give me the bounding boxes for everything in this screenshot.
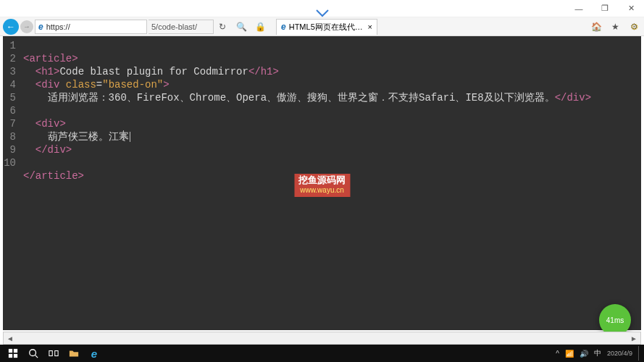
search-taskbar-icon[interactable] xyxy=(23,345,43,362)
attr: class xyxy=(66,79,96,90)
smile-icon[interactable]: ☺ xyxy=(630,20,640,32)
watermark-title: 挖鱼源码网 xyxy=(298,175,346,185)
tag: </h1> xyxy=(248,66,279,77)
watermark: 挖鱼源码网 www.wayu.cn xyxy=(294,174,350,197)
text-cursor xyxy=(130,132,130,142)
ie-icon: e xyxy=(38,22,43,32)
svg-point-4 xyxy=(30,350,36,356)
scroll-right-icon[interactable]: ► xyxy=(627,334,640,342)
show-desktop[interactable] xyxy=(638,346,641,361)
tag: <div> xyxy=(35,118,66,130)
tag: </article> xyxy=(23,170,84,182)
network-icon[interactable]: 📶 xyxy=(565,350,574,358)
address-bar[interactable]: e https:// xyxy=(35,20,147,34)
close-button[interactable]: ✕ xyxy=(618,0,644,17)
ie-taskbar-icon[interactable]: e xyxy=(84,345,104,362)
text: Code blast plugin for Codmirror xyxy=(59,66,248,77)
svg-rect-3 xyxy=(14,354,17,358)
explorer-icon[interactable] xyxy=(64,345,84,362)
svg-rect-1 xyxy=(14,349,17,353)
task-view-icon[interactable] xyxy=(43,345,64,362)
refresh-icon[interactable]: ↻ xyxy=(215,22,230,32)
line-gutter: 1 2 3 4 5 6 7 8 9 10 xyxy=(3,36,19,330)
tab-title: HTML5网页在线代码编辑... xyxy=(289,22,365,33)
secondary-cursor xyxy=(123,130,124,140)
browser-toolbar: ← → e https:// 5/code-blast/ ↻ 🔍 🔒 e HTM… xyxy=(0,17,644,36)
lock-icon: 🔒 xyxy=(253,22,267,32)
url-path[interactable]: 5/code-blast/ xyxy=(149,20,214,34)
text: = xyxy=(96,79,102,90)
tag: <h1> xyxy=(35,66,60,77)
search-icon[interactable]: 🔍 xyxy=(234,22,248,32)
volume-icon[interactable]: 🔊 xyxy=(580,350,588,358)
tag: > xyxy=(163,79,169,90)
line-number: 7 xyxy=(3,117,16,130)
tab-favicon: e xyxy=(281,22,286,32)
line-number: 10 xyxy=(3,156,16,169)
line-number: 8 xyxy=(3,130,16,143)
ime-icon[interactable]: 中 xyxy=(594,348,601,358)
line-number: 2 xyxy=(3,52,16,65)
browser-tab[interactable]: e HTML5网页在线代码编辑... × xyxy=(276,19,377,35)
tray-up-icon[interactable]: ^ xyxy=(556,350,559,358)
line-number: 3 xyxy=(3,65,16,78)
text: 适用浏览器：360、FireFox、Chrome、Opera、傲游、搜狗、世界之… xyxy=(23,92,555,104)
horizontal-scrollbar[interactable]: ◄ ► xyxy=(3,332,641,345)
minimize-button[interactable]: — xyxy=(566,0,592,17)
forward-button[interactable]: → xyxy=(20,20,33,33)
tag: </div> xyxy=(555,92,591,104)
text: 葫芦侠三楼。江寒 xyxy=(23,131,129,143)
tray-date[interactable]: 2020/4/9 xyxy=(607,350,632,357)
window-titlebar: — ❐ ✕ xyxy=(0,0,644,17)
taskbar[interactable]: e ^ 📶 🔊 中 2020/4/9 xyxy=(0,345,644,362)
line-number: 4 xyxy=(3,78,16,91)
attr-val: "based-on" xyxy=(102,79,163,90)
line-number: 5 xyxy=(3,91,16,104)
maximize-button[interactable]: ❐ xyxy=(592,0,618,17)
tag: <article> xyxy=(23,53,78,64)
url-scheme: https:// xyxy=(46,22,70,31)
scroll-left-icon[interactable]: ◄ xyxy=(4,334,17,342)
system-tray[interactable]: ^ 📶 🔊 中 2020/4/9 xyxy=(556,346,641,361)
line-number: 9 xyxy=(3,143,16,156)
tab-close-icon[interactable]: × xyxy=(368,22,372,31)
tag: <div xyxy=(35,79,66,90)
svg-rect-2 xyxy=(9,354,12,358)
svg-rect-0 xyxy=(9,349,12,353)
tag: </div> xyxy=(35,144,72,156)
back-button[interactable]: ← xyxy=(3,19,19,35)
svg-rect-6 xyxy=(55,351,58,356)
svg-rect-5 xyxy=(49,351,52,356)
line-number: 6 xyxy=(3,104,16,117)
favorites-icon[interactable]: ★ xyxy=(608,22,622,32)
start-button[interactable] xyxy=(3,345,23,362)
line-number: 1 xyxy=(3,39,16,52)
home-icon[interactable]: 🏠 xyxy=(589,22,603,32)
watermark-url: www.wayu.cn xyxy=(298,185,346,195)
